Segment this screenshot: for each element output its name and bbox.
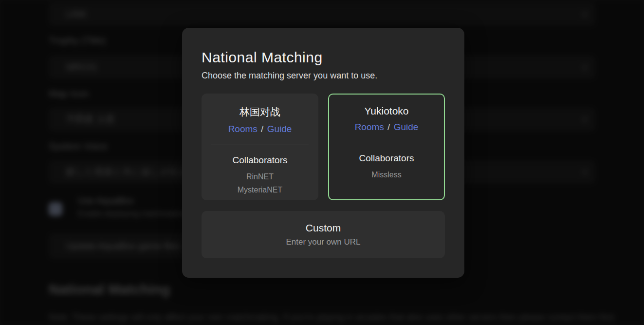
modal-title: National Matching bbox=[202, 49, 445, 66]
server-name: 林国对战 bbox=[202, 105, 318, 119]
modal-subtitle: Choose the matching server you want to u… bbox=[202, 71, 445, 81]
rooms-link[interactable]: Rooms bbox=[228, 124, 258, 134]
custom-server-card[interactable]: Custom Enter your own URL bbox=[202, 211, 445, 258]
link-separator: / bbox=[384, 122, 394, 132]
national-matching-modal: National Matching Choose the matching se… bbox=[182, 28, 464, 278]
guide-link[interactable]: Guide bbox=[267, 124, 292, 134]
guide-link[interactable]: Guide bbox=[394, 122, 419, 132]
server-links: Rooms / Guide bbox=[202, 124, 318, 134]
server-card-yukiotoko[interactable]: Yukiotoko Rooms / Guide Collaborators Mi… bbox=[328, 94, 445, 200]
server-links: Rooms / Guide bbox=[329, 122, 444, 133]
server-card-linguo[interactable]: 林国对战 Rooms / Guide Collaborators RinNET … bbox=[202, 94, 318, 200]
collaborator-name: Missless bbox=[329, 168, 444, 181]
server-name: Yukiotoko bbox=[329, 105, 444, 117]
custom-subtitle: Enter your own URL bbox=[286, 237, 360, 247]
rooms-link[interactable]: Rooms bbox=[355, 122, 384, 132]
collaborator-name: MysteriaNET bbox=[202, 183, 318, 196]
card-divider bbox=[338, 143, 435, 143]
collaborators-label: Collaborators bbox=[202, 155, 318, 166]
card-divider bbox=[211, 145, 309, 145]
custom-title: Custom bbox=[306, 222, 341, 234]
server-cards-row: 林国对战 Rooms / Guide Collaborators RinNET … bbox=[202, 94, 445, 200]
collaborator-name: RinNET bbox=[202, 170, 318, 183]
collaborators-label: Collaborators bbox=[329, 153, 444, 164]
link-separator: / bbox=[258, 124, 267, 134]
